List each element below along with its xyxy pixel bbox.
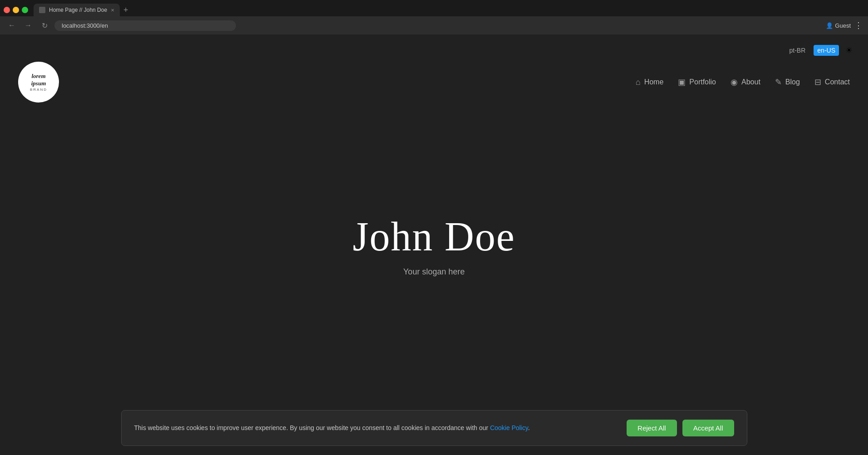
guest-button[interactable]: 👤 Guest — [826, 22, 851, 29]
browser-actions: 👤 Guest ⋮ — [826, 20, 863, 30]
nav-links: ⌂ Home ▣ Portfolio ◉ About ✎ Blog ⊟ Cont… — [636, 77, 850, 87]
contact-icon: ⊟ — [814, 77, 821, 87]
back-button[interactable]: ← — [5, 19, 18, 32]
logo-line1: lorem — [31, 73, 45, 79]
cookie-suffix: . — [528, 424, 530, 431]
tab-bar: × − + Home Page // John Doe ✕ + — [0, 0, 868, 16]
hero-title: John Doe — [353, 213, 515, 260]
nav-blog-label: Blog — [785, 78, 800, 86]
reload-button[interactable]: ↻ — [38, 19, 51, 32]
lang-theme-controls: pt-BR en-US ☀ — [786, 44, 854, 57]
tab-favicon — [39, 7, 45, 13]
nav-portfolio[interactable]: ▣ Portfolio — [678, 77, 716, 87]
window-controls: × − + — [4, 7, 28, 13]
minimize-window-btn[interactable]: − — [13, 7, 19, 13]
tab-title: Home Page // John Doe — [49, 7, 107, 13]
nav-blog[interactable]: ✎ Blog — [775, 77, 800, 87]
portfolio-icon: ▣ — [678, 77, 686, 87]
close-window-btn[interactable]: × — [4, 7, 10, 13]
active-tab[interactable]: Home Page // John Doe ✕ — [34, 4, 120, 16]
nav-contact[interactable]: ⊟ Contact — [814, 77, 850, 87]
person-icon: ◉ — [731, 77, 738, 87]
cookie-message: This website uses cookies to improve use… — [134, 424, 489, 431]
browser-chrome: × − + Home Page // John Doe ✕ + ← → ↻ 👤 … — [0, 0, 868, 34]
url-input[interactable] — [54, 20, 236, 31]
cookie-banner: This website uses cookies to improve use… — [121, 410, 747, 446]
nav-about-label: About — [741, 78, 760, 86]
enus-lang-button[interactable]: en-US — [814, 45, 839, 56]
website-content: pt-BR en-US ☀ lorem ipsum BRAND ⌂ Home ▣… — [0, 34, 868, 455]
logo-text: lorem ipsum — [31, 73, 46, 87]
cookie-policy-link[interactable]: Cookie Policy — [490, 424, 528, 431]
logo-line2: ipsum — [31, 80, 46, 87]
guest-icon: 👤 — [826, 22, 833, 29]
hero-slogan: Your slogan here — [403, 267, 465, 277]
accept-all-button[interactable]: Accept All — [682, 420, 734, 436]
nav-about[interactable]: ◉ About — [731, 77, 760, 87]
pencil-icon: ✎ — [775, 77, 782, 87]
reject-all-button[interactable]: Reject All — [627, 420, 677, 436]
maximize-window-btn[interactable]: + — [22, 7, 28, 13]
nav-portfolio-label: Portfolio — [689, 78, 716, 86]
forward-button[interactable]: → — [22, 19, 34, 32]
guest-label: Guest — [835, 22, 851, 29]
cookie-buttons: Reject All Accept All — [627, 420, 734, 436]
new-tab-button[interactable]: + — [120, 5, 132, 15]
cookie-text: This website uses cookies to improve use… — [134, 423, 618, 433]
site-logo[interactable]: lorem ipsum BRAND — [18, 62, 59, 103]
ptbr-lang-button[interactable]: pt-BR — [786, 45, 809, 56]
home-icon: ⌂ — [636, 78, 641, 87]
theme-toggle-button[interactable]: ☀ — [843, 44, 854, 57]
tab-close-btn[interactable]: ✕ — [111, 8, 114, 13]
browser-menu-button[interactable]: ⋮ — [854, 20, 863, 30]
nav-home-label: Home — [644, 78, 664, 86]
nav-home[interactable]: ⌂ Home — [636, 78, 664, 87]
logo-brand: BRAND — [30, 88, 47, 92]
nav-contact-label: Contact — [825, 78, 850, 86]
navbar: lorem ipsum BRAND ⌂ Home ▣ Portfolio ◉ A… — [0, 62, 868, 103]
address-bar: ← → ↻ 👤 Guest ⋮ — [0, 16, 868, 34]
sun-icon: ☀ — [845, 46, 853, 55]
